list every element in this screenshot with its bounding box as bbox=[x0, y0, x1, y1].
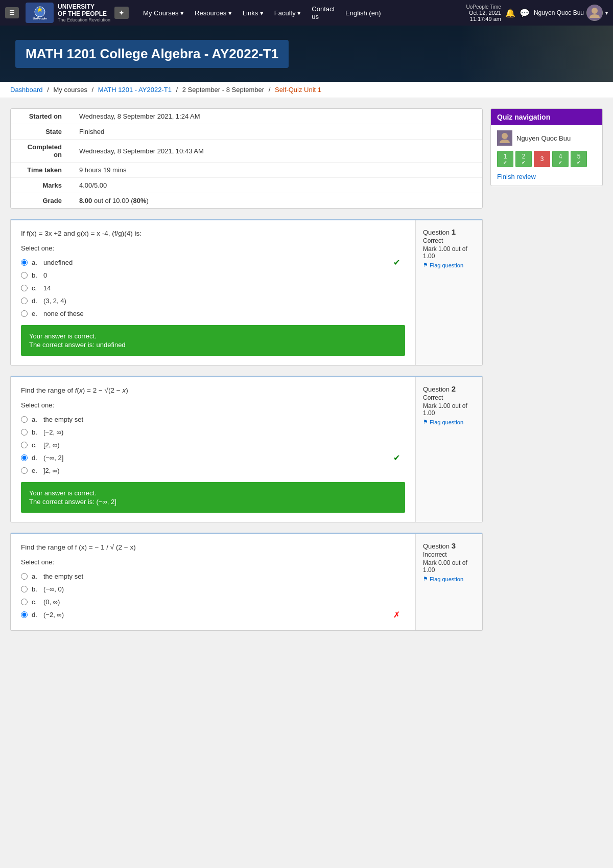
user-dropdown-arrow-icon: ▾ bbox=[605, 10, 608, 16]
question-2-option-a[interactable]: a. the empty set bbox=[21, 413, 405, 426]
check-icon: ✔ bbox=[577, 160, 581, 165]
finish-review-link[interactable]: Finish review bbox=[497, 173, 536, 180]
logo-area: ☰ UoPeople UNIVERSITY OF THE PEOPLE The … bbox=[5, 3, 131, 23]
question-3-option-b[interactable]: b. (−∞, 0) bbox=[21, 583, 405, 596]
completed-value: Wednesday, 8 September 2021, 10:43 AM bbox=[72, 140, 482, 163]
question-2-feedback: Your answer is correct. The correct answ… bbox=[21, 482, 405, 513]
info-row-completed: Completed on Wednesday, 8 September 2021… bbox=[11, 140, 482, 163]
notifications-bell-icon[interactable]: 🔔 bbox=[505, 8, 515, 18]
breadcrumb-dashboard[interactable]: Dashboard bbox=[10, 86, 43, 94]
svg-text:UoPeople: UoPeople bbox=[33, 17, 47, 20]
uopeople-time-label: UoPeople Time Oct 12, 202111:17:49 am bbox=[466, 4, 501, 22]
question-2-option-c[interactable]: c. [2, ∞) bbox=[21, 439, 405, 451]
info-row-time: Time taken 9 hours 19 mins bbox=[11, 163, 482, 178]
check-icon: ✔ bbox=[503, 160, 507, 165]
question-2-number: Question 2 bbox=[423, 384, 475, 393]
question-3-block: Find the range of f (x) = − 1 / √ (2 − x… bbox=[10, 533, 483, 631]
question-2-select-label: Select one: bbox=[21, 401, 405, 409]
breadcrumb-week: 2 September - 8 September bbox=[182, 86, 264, 94]
question-3-left: Find the range of f (x) = − 1 / √ (2 − x… bbox=[11, 534, 416, 630]
question-3-status: Incorrect bbox=[423, 551, 475, 558]
question-3-right: Question 3 Incorrect Mark 0.00 out of 1.… bbox=[416, 534, 482, 630]
question-2-left: Find the range of f(x) = 2 − √(2 − x) Se… bbox=[11, 377, 416, 522]
question-3-marks: Mark 0.00 out of 1.00 bbox=[423, 559, 475, 574]
incorrect-cross-icon: ✗ bbox=[393, 610, 400, 620]
logo-text: UNIVERSITY OF THE PEOPLE The Education R… bbox=[58, 3, 110, 22]
nav-language[interactable]: English (en) bbox=[341, 9, 385, 17]
question-1-feedback: Your answer is correct. The correct answ… bbox=[21, 325, 405, 356]
chat-icon[interactable]: 💬 bbox=[520, 8, 530, 18]
sidebar: Quiz navigation Nguyen Quoc Buu 1 ✔ 2 ✔ bbox=[490, 108, 603, 641]
question-2-option-d[interactable]: d. (−∞, 2] ✔ bbox=[21, 451, 405, 464]
nav-faculty[interactable]: Faculty ▾ bbox=[270, 9, 305, 17]
svg-point-5 bbox=[592, 8, 598, 14]
nav-right: UoPeople Time Oct 12, 202111:17:49 am 🔔 … bbox=[466, 4, 608, 22]
user-menu[interactable]: Nguyen Quoc Buu ▾ bbox=[534, 5, 608, 21]
question-3-option-c[interactable]: c. (0, ∞) bbox=[21, 596, 405, 608]
hero-banner: MATH 1201 College Algebra - AY2022-T1 bbox=[0, 26, 613, 82]
question-3-text: Find the range of f (x) = − 1 / √ (2 − x… bbox=[21, 543, 405, 551]
time-label: Time taken bbox=[11, 163, 72, 178]
started-label: Started on bbox=[11, 109, 72, 124]
correct-check-icon: ✔ bbox=[393, 258, 400, 267]
question-2-option-b[interactable]: b. [−2, ∞) bbox=[21, 426, 405, 439]
breadcrumb-math1201[interactable]: MATH 1201 - AY2022-T1 bbox=[98, 86, 172, 94]
completed-label: Completed on bbox=[11, 140, 72, 163]
nav-links[interactable]: Links ▾ bbox=[239, 9, 268, 17]
user-name: Nguyen Quoc Buu bbox=[534, 9, 584, 16]
nav-resources[interactable]: Resources ▾ bbox=[191, 9, 236, 17]
settings-button[interactable]: ✦ bbox=[114, 7, 129, 19]
question-3-number: Question 3 bbox=[423, 541, 475, 550]
question-1-select-label: Select one: bbox=[21, 244, 405, 252]
info-row-started: Started on Wednesday, 8 September 2021, … bbox=[11, 109, 482, 124]
nav-num-2[interactable]: 2 ✔ bbox=[515, 151, 532, 167]
quiz-nav-avatar bbox=[497, 130, 512, 146]
breadcrumb-my-courses: My courses bbox=[53, 86, 87, 94]
question-1-block: If f(x) = 3x +2 and g(x) = x -4, (f/g)(4… bbox=[10, 219, 483, 366]
question-3-option-a[interactable]: a. the empty set bbox=[21, 570, 405, 583]
question-1-option-d[interactable]: d. (3, 2, 4) bbox=[21, 294, 405, 307]
flag-icon: ⚑ bbox=[423, 262, 428, 268]
feedback-1-line1: Your answer is correct. bbox=[29, 332, 397, 340]
nav-num-1[interactable]: 1 ✔ bbox=[497, 151, 513, 167]
info-row-state: State Finished bbox=[11, 124, 482, 140]
nav-num-4[interactable]: 4 ✔ bbox=[552, 151, 569, 167]
question-1-number: Question 1 bbox=[423, 227, 475, 236]
state-label: State bbox=[11, 124, 72, 140]
quiz-nav-user: Nguyen Quoc Buu bbox=[497, 130, 596, 146]
correct-check-icon: ✔ bbox=[393, 453, 400, 463]
question-2-marks: Mark 1.00 out of 1.00 bbox=[423, 402, 475, 417]
nav-my-courses[interactable]: My Courses ▾ bbox=[139, 9, 188, 17]
flag-icon: ⚑ bbox=[423, 419, 428, 425]
marks-label: Marks bbox=[11, 178, 72, 193]
question-2-block: Find the range of f(x) = 2 − √(2 − x) Se… bbox=[10, 376, 483, 522]
question-2-text: Find the range of f(x) = 2 − √(2 − x) bbox=[21, 386, 405, 394]
question-3-option-d[interactable]: d. (−2, ∞) ✗ bbox=[21, 608, 405, 621]
breadcrumb-quiz[interactable]: Self-Quiz Unit 1 bbox=[275, 86, 321, 94]
quiz-navigation-box: Quiz navigation Nguyen Quoc Buu 1 ✔ 2 ✔ bbox=[490, 108, 603, 186]
question-1-option-c[interactable]: c. 14 bbox=[21, 282, 405, 294]
nav-num-3[interactable]: 3 bbox=[534, 151, 550, 167]
marks-value: 4.00/5.00 bbox=[72, 178, 482, 193]
quiz-nav-body: Nguyen Quoc Buu 1 ✔ 2 ✔ 3 4 bbox=[491, 125, 602, 186]
question-2-option-e[interactable]: e. ]2, ∞) bbox=[21, 464, 405, 477]
hamburger-button[interactable]: ☰ bbox=[5, 7, 19, 18]
flag-icon: ⚑ bbox=[423, 576, 428, 582]
quiz-info-table: Started on Wednesday, 8 September 2021, … bbox=[10, 108, 483, 209]
check-icon: ✔ bbox=[558, 160, 562, 165]
time-value: 9 hours 19 mins bbox=[72, 163, 482, 178]
main-content: Started on Wednesday, 8 September 2021, … bbox=[0, 98, 613, 651]
question-1-marks: Mark 1.00 out of 1.00 bbox=[423, 245, 475, 260]
nav-contact[interactable]: Contactus bbox=[308, 5, 339, 20]
question-2-status: Correct bbox=[423, 394, 475, 401]
question-2-flag[interactable]: ⚑ Flag question bbox=[423, 419, 475, 425]
question-1-option-e[interactable]: e. none of these bbox=[21, 307, 405, 320]
nav-num-5[interactable]: 5 ✔ bbox=[571, 151, 587, 167]
question-1-flag[interactable]: ⚑ Flag question bbox=[423, 262, 475, 268]
quiz-nav-user-name: Nguyen Quoc Buu bbox=[516, 134, 571, 142]
feedback-2-line1: Your answer is correct. bbox=[29, 489, 397, 497]
question-3-flag[interactable]: ⚑ Flag question bbox=[423, 576, 475, 582]
state-value: Finished bbox=[72, 124, 482, 140]
question-1-option-a[interactable]: a. undefined ✔ bbox=[21, 256, 405, 269]
question-1-option-b[interactable]: b. 0 bbox=[21, 269, 405, 282]
